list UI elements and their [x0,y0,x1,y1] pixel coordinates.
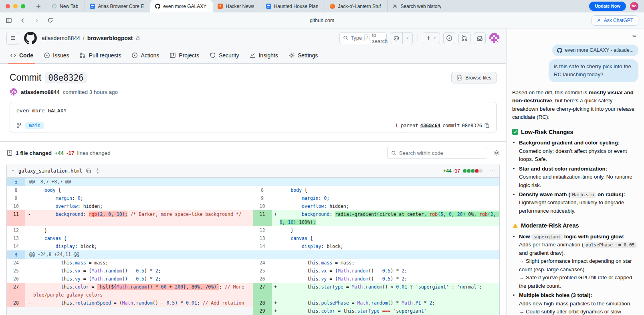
expand-hunk-button[interactable] [7,250,25,259]
line-number[interactable]: 13 [253,234,272,242]
line-number[interactable]: 25 [7,267,25,275]
code-line: this.vy = (Math.random() - 0.5) * 2; [33,275,253,283]
commit-word: commit [442,123,460,128]
sidebar-options-icon[interactable] [631,33,637,39]
line-number[interactable]: 9 [253,194,272,202]
diffstat-block [463,169,466,173]
back-icon[interactable] [20,18,26,23]
repo-tab-insights[interactable]: Insights [246,47,281,63]
branch-badge[interactable]: main [25,122,44,129]
browser-tab[interactable]: Search web history [387,0,448,12]
author-avatar[interactable] [10,88,18,96]
line-number[interactable]: 14 [7,242,25,250]
diff-file-card: galaxy_simulation.html +44 -17 @@ -8,7 +… [6,164,500,315]
line-number[interactable]: 10 [253,202,272,210]
repo-owner-link[interactable]: atlasdemo8844 [42,35,80,41]
ask-chatgpt-button[interactable]: Ask ChatGPT [592,15,638,26]
copy-file-path-icon[interactable] [86,168,91,174]
parent-label: 1 parent [395,123,418,128]
line-number[interactable]: 14 [253,242,272,250]
line-number[interactable]: 27 [253,283,272,299]
repo-tab-pull-requests[interactable]: Pull requests [76,47,125,63]
new-tab-button[interactable] [30,0,47,12]
window-close-button[interactable] [6,4,10,8]
user-avatar[interactable] [489,33,500,43]
browser-tab[interactable]: New Tab [47,0,85,12]
diff-sign: + [272,210,280,226]
window-zoom-button[interactable] [21,4,25,8]
line-number[interactable]: 8 [253,186,272,194]
diff-settings-gear-icon[interactable] [493,150,500,156]
diff-file-name[interactable]: galaxy_simulation.html [18,168,82,174]
window-minimize-button[interactable] [13,4,18,8]
commit-hash: 08e8326 [45,72,87,83]
author-name[interactable]: atlasdemo8844 [21,89,60,95]
section-heading: Low-Risk Changes [512,128,638,136]
sidebar-toggle-icon[interactable] [6,17,12,24]
git-pull-request-icon [461,35,468,41]
diffstat-block [479,169,482,173]
repo-nav: CodeIssuesPull requestsActionsProjectsSe… [0,47,506,64]
repo-name-link[interactable]: browserblogpost [87,35,133,41]
repo-tab-security[interactable]: Security [206,47,243,63]
line-number[interactable]: 27 [7,283,25,299]
github-logo[interactable] [24,32,37,45]
line-number[interactable]: 12 [7,226,25,234]
line-number[interactable]: 26 [253,275,272,283]
browser-tab[interactable]: Atlas Browser Core E [85,0,150,12]
search-within-code-input[interactable]: Search within code [387,147,487,159]
line-number[interactable]: 28 [7,299,25,307]
commit-label: Commit [10,72,41,83]
inline-code-chip: supergiant [531,234,563,240]
inbox-button[interactable] [474,32,486,44]
expand-diff-icon[interactable] [95,168,101,174]
repo-tab-issues[interactable]: Issues [40,47,73,63]
copilot-button[interactable] [390,32,413,44]
pull-requests-button[interactable] [458,32,470,44]
issues-button[interactable] [443,32,455,44]
lines-changed-label: lines changed [77,150,110,156]
line-number[interactable]: 24 [253,259,272,267]
parent-hash-link[interactable]: 4368c64 [420,123,440,128]
line-number[interactable]: 28 [253,299,272,307]
repo-tab-actions[interactable]: Actions [128,47,163,63]
kebab-menu-icon[interactable] [489,168,495,174]
create-new-button[interactable] [423,32,440,44]
line-number[interactable]: 13 [7,234,25,242]
repo-tab-projects[interactable]: Projects [166,47,203,63]
diff-sign [25,226,33,234]
line-number[interactable]: 8 [7,186,25,194]
collapse-file-icon[interactable] [11,169,15,173]
browser-tab[interactable]: even more GALAXY [150,0,213,12]
line-number[interactable]: 24 [7,259,25,267]
page-context-chip[interactable]: even more GALAXY - atlasde... [552,45,638,56]
line-number[interactable]: 10 [7,202,25,210]
full-commit-hash: 08e8326 [462,123,482,128]
browser-tab[interactable]: Jack-o'-Lantern Stuf [325,0,387,12]
line-number[interactable]: 29 [253,307,272,315]
bullet-line: Cosmetic only; doesn’t affect physics or… [519,147,638,164]
line-number[interactable]: 11 [253,210,272,226]
profile-avatar[interactable]: RO [630,2,638,10]
address-url[interactable]: github.com [310,18,334,23]
diff-row: 14 display: block;14 display: block; [7,242,499,250]
browse-files-button[interactable]: Browse files [451,72,497,83]
forward-icon[interactable] [34,18,39,23]
copy-icon[interactable] [484,123,490,128]
browser-tab[interactable]: Haunted House Plan [261,0,325,12]
line-number[interactable]: 25 [253,267,272,275]
files-changed-label[interactable]: 1 file changed [16,150,52,156]
github-search-input[interactable]: Type / to search [339,32,387,44]
browser-tab[interactable]: YHacker News [213,0,260,12]
reload-icon[interactable] [47,17,53,23]
line-number[interactable]: 11 [7,210,25,226]
diff-cell: 25 this.vx = (Math.random() - 0.5) * 2; [7,267,253,275]
repo-tab-code[interactable]: Code [6,47,37,63]
update-now-button[interactable]: Update Now [589,2,626,11]
line-number[interactable]: 9 [7,194,25,202]
hamburger-menu-button[interactable] [6,32,19,45]
repo-tab-settings[interactable]: Settings [285,47,322,63]
expand-hunk-button[interactable] [7,178,25,186]
line-number[interactable]: 26 [7,275,25,283]
line-number[interactable]: 12 [253,226,272,234]
